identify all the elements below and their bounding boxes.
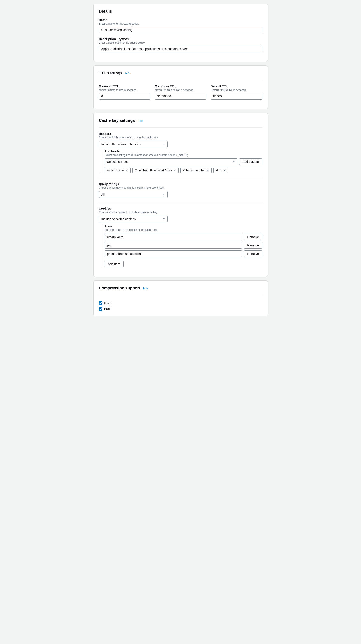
compression-option: Brotli — [99, 307, 262, 311]
compression-title: Compression support Info — [99, 286, 262, 290]
details-title: Details — [99, 9, 262, 14]
cookies-select-wrapper: Include specified cookies ▼ — [99, 216, 168, 222]
cookies-group: Cookies Choose which cookies to include … — [99, 207, 262, 267]
query-strings-group: Query strings Choose which query strings… — [99, 182, 262, 198]
cache-key-title: Cache key settings Info — [99, 118, 262, 123]
cookie-items-container: Remove Remove Remove — [105, 234, 262, 257]
query-strings-hint: Choose which query strings to include in… — [99, 186, 262, 189]
default-ttl-input[interactable] — [211, 93, 262, 100]
name-hint: Enter a name for the cache policy. — [99, 22, 262, 25]
header-tag: X-Forwarded-For✕ — [180, 168, 212, 173]
default-ttl-hint: Default time to live in seconds. — [211, 88, 262, 92]
name-input[interactable] — [99, 26, 262, 33]
header-tag: Host✕ — [213, 168, 229, 173]
tag-label: Host — [216, 169, 222, 172]
header-tag: CloudFront-Forwarded-Proto✕ — [132, 168, 178, 173]
add-custom-button[interactable]: Add custom — [239, 158, 262, 165]
description-input[interactable] — [99, 46, 262, 52]
cookies-dropdown[interactable]: Include specified cookies — [99, 216, 168, 222]
compression-list: Gzip Brotli — [99, 300, 262, 311]
cookie-row: Remove — [105, 242, 262, 249]
select-headers-dropdown[interactable]: Select headers — [105, 158, 238, 165]
headers-label: Headers — [99, 132, 262, 136]
compression-checkbox[interactable] — [99, 302, 102, 305]
add-header-hint: Select an existing header element or cre… — [105, 154, 262, 156]
cookies-label: Cookies — [99, 207, 262, 210]
name-field-group: Name Enter a name for the cache policy. — [99, 18, 262, 33]
default-ttl-group: Default TTL Default time to live in seco… — [211, 84, 262, 100]
tag-label: X-Forwarded-For — [183, 169, 205, 172]
header-tag: Authorization✕ — [105, 168, 131, 173]
cookie-row: Remove — [105, 234, 262, 240]
name-label: Name — [99, 18, 262, 22]
max-ttl-input[interactable] — [155, 93, 206, 100]
cache-key-card: Cache key settings Info Headers Choose w… — [93, 113, 268, 277]
details-card: Details Name Enter a name for the cache … — [93, 4, 268, 62]
allow-hint: Add the name of the cookie to the cache … — [105, 228, 262, 232]
headers-select-wrapper: Include the following headers ▼ — [99, 141, 168, 148]
cookie-input[interactable] — [105, 250, 242, 257]
tag-label: Authorization — [107, 169, 124, 172]
compression-card: Compression support Info Gzip Brotli — [93, 280, 268, 316]
remove-cookie-button[interactable]: Remove — [244, 234, 262, 240]
cookie-input[interactable] — [105, 242, 242, 249]
compression-info-link[interactable]: Info — [143, 287, 148, 290]
qs-divider — [99, 178, 262, 178]
max-ttl-hint: Maximum time to live in seconds. — [155, 88, 206, 92]
cookies-divider — [99, 202, 262, 202]
compression-option-label: Brotli — [104, 307, 111, 311]
cookie-input[interactable] — [105, 234, 242, 240]
cache-key-divider — [99, 127, 262, 128]
ttl-card: TTL settings Info Minimum TTL Minimum ti… — [93, 65, 268, 109]
min-ttl-group: Minimum TTL Minimum time to live in seco… — [99, 84, 150, 100]
tag-remove-button[interactable]: ✕ — [174, 169, 176, 172]
tag-remove-button[interactable]: ✕ — [207, 169, 209, 172]
default-ttl-label: Default TTL — [211, 84, 262, 88]
headers-dropdown[interactable]: Include the following headers — [99, 141, 168, 148]
headers-group: Headers Choose which headers to include … — [99, 132, 262, 173]
select-headers-wrapper: Select headers ▼ — [105, 158, 238, 165]
description-field-group: Description - optional Enter a descripti… — [99, 37, 262, 52]
ttl-grid: Minimum TTL Minimum time to live in seco… — [99, 84, 262, 104]
tag-label: CloudFront-Forwarded-Proto — [135, 169, 172, 172]
ttl-info-link[interactable]: Info — [125, 72, 130, 75]
max-ttl-label: Maximum TTL — [155, 84, 206, 88]
query-strings-label: Query strings — [99, 182, 262, 186]
cookies-hint: Choose which cookies to include in the c… — [99, 211, 262, 214]
min-ttl-hint: Minimum time to live in seconds. — [99, 88, 150, 92]
add-header-section: Add header Select an existing header ele… — [101, 150, 262, 173]
allow-label: Allow — [105, 224, 262, 228]
compression-option-label: Gzip — [104, 302, 111, 305]
compression-checkbox[interactable] — [99, 307, 102, 311]
description-label: Description - optional — [99, 37, 262, 41]
tag-remove-button[interactable]: ✕ — [125, 169, 128, 172]
ttl-divider — [99, 80, 262, 80]
cookie-row: Remove — [105, 250, 262, 257]
remove-cookie-button[interactable]: Remove — [244, 242, 262, 249]
add-item-button[interactable]: Add item — [105, 261, 123, 267]
compression-divider — [99, 295, 262, 295]
tag-remove-button[interactable]: ✕ — [223, 169, 226, 172]
ttl-title: TTL settings Info — [99, 71, 262, 76]
header-tags-container: Authorization✕CloudFront-Forwarded-Proto… — [105, 168, 262, 173]
min-ttl-input[interactable] — [99, 93, 150, 100]
min-ttl-label: Minimum TTL — [99, 84, 150, 88]
description-hint: Enter a description for the cache policy… — [99, 41, 262, 44]
compression-option: Gzip — [99, 302, 262, 305]
headers-hint: Choose which headers to include in the c… — [99, 136, 262, 139]
select-with-button-row: Select headers ▼ Add custom — [105, 158, 262, 165]
query-strings-dropdown[interactable]: All — [99, 191, 168, 198]
max-ttl-group: Maximum TTL Maximum time to live in seco… — [155, 84, 206, 100]
remove-cookie-button[interactable]: Remove — [244, 250, 262, 257]
add-header-label: Add header — [105, 150, 262, 153]
query-strings-select-wrapper: All ▼ — [99, 191, 168, 198]
cache-key-info-link[interactable]: Info — [138, 119, 143, 122]
allow-section: Allow Add the name of the cookie to the … — [101, 224, 262, 267]
